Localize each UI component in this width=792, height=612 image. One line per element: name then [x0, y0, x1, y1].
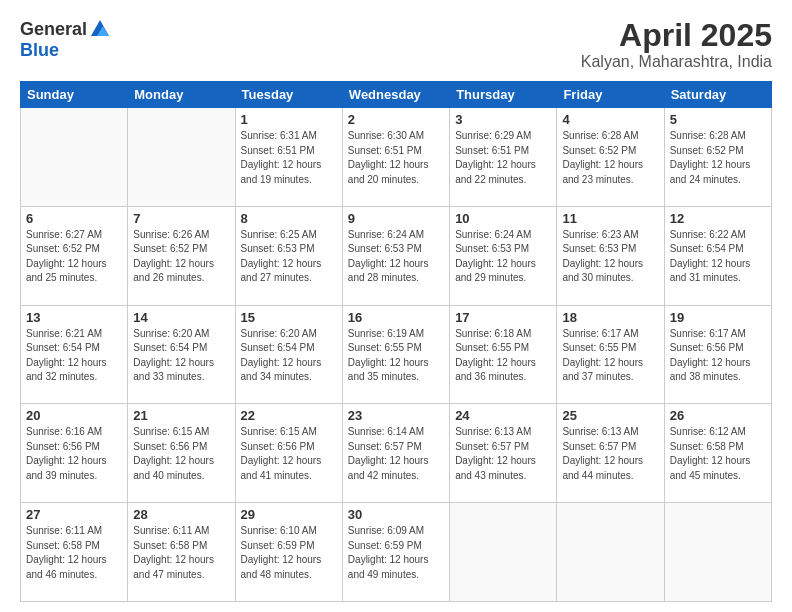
day-number: 21	[133, 408, 229, 423]
day-info: Sunrise: 6:31 AMSunset: 6:51 PMDaylight:…	[241, 129, 337, 187]
calendar-cell	[128, 108, 235, 207]
day-number: 26	[670, 408, 766, 423]
title-block: April 2025 Kalyan, Maharashtra, India	[581, 18, 772, 71]
calendar-cell: 20Sunrise: 6:16 AMSunset: 6:56 PMDayligh…	[21, 404, 128, 503]
week-row-5: 27Sunrise: 6:11 AMSunset: 6:58 PMDayligh…	[21, 503, 772, 602]
day-number: 15	[241, 310, 337, 325]
day-info: Sunrise: 6:21 AMSunset: 6:54 PMDaylight:…	[26, 327, 122, 385]
calendar-cell: 17Sunrise: 6:18 AMSunset: 6:55 PMDayligh…	[450, 305, 557, 404]
day-info: Sunrise: 6:14 AMSunset: 6:57 PMDaylight:…	[348, 425, 444, 483]
day-info: Sunrise: 6:10 AMSunset: 6:59 PMDaylight:…	[241, 524, 337, 582]
day-number: 8	[241, 211, 337, 226]
calendar-cell: 6Sunrise: 6:27 AMSunset: 6:52 PMDaylight…	[21, 206, 128, 305]
day-info: Sunrise: 6:30 AMSunset: 6:51 PMDaylight:…	[348, 129, 444, 187]
day-number: 18	[562, 310, 658, 325]
day-info: Sunrise: 6:27 AMSunset: 6:52 PMDaylight:…	[26, 228, 122, 286]
calendar-cell	[664, 503, 771, 602]
day-info: Sunrise: 6:28 AMSunset: 6:52 PMDaylight:…	[670, 129, 766, 187]
day-info: Sunrise: 6:25 AMSunset: 6:53 PMDaylight:…	[241, 228, 337, 286]
calendar-cell: 25Sunrise: 6:13 AMSunset: 6:57 PMDayligh…	[557, 404, 664, 503]
weekday-header-wednesday: Wednesday	[342, 82, 449, 108]
day-info: Sunrise: 6:09 AMSunset: 6:59 PMDaylight:…	[348, 524, 444, 582]
day-info: Sunrise: 6:24 AMSunset: 6:53 PMDaylight:…	[455, 228, 551, 286]
day-number: 3	[455, 112, 551, 127]
calendar-cell: 21Sunrise: 6:15 AMSunset: 6:56 PMDayligh…	[128, 404, 235, 503]
page: General Blue April 2025 Kalyan, Maharash…	[0, 0, 792, 612]
calendar-cell: 5Sunrise: 6:28 AMSunset: 6:52 PMDaylight…	[664, 108, 771, 207]
calendar-cell: 9Sunrise: 6:24 AMSunset: 6:53 PMDaylight…	[342, 206, 449, 305]
day-info: Sunrise: 6:26 AMSunset: 6:52 PMDaylight:…	[133, 228, 229, 286]
day-number: 16	[348, 310, 444, 325]
calendar-cell: 15Sunrise: 6:20 AMSunset: 6:54 PMDayligh…	[235, 305, 342, 404]
weekday-header-row: SundayMondayTuesdayWednesdayThursdayFrid…	[21, 82, 772, 108]
day-info: Sunrise: 6:24 AMSunset: 6:53 PMDaylight:…	[348, 228, 444, 286]
day-number: 14	[133, 310, 229, 325]
calendar-cell	[450, 503, 557, 602]
day-info: Sunrise: 6:13 AMSunset: 6:57 PMDaylight:…	[562, 425, 658, 483]
calendar-cell: 24Sunrise: 6:13 AMSunset: 6:57 PMDayligh…	[450, 404, 557, 503]
calendar-cell	[557, 503, 664, 602]
calendar-cell: 16Sunrise: 6:19 AMSunset: 6:55 PMDayligh…	[342, 305, 449, 404]
calendar-cell: 2Sunrise: 6:30 AMSunset: 6:51 PMDaylight…	[342, 108, 449, 207]
day-info: Sunrise: 6:17 AMSunset: 6:55 PMDaylight:…	[562, 327, 658, 385]
day-number: 12	[670, 211, 766, 226]
day-number: 28	[133, 507, 229, 522]
calendar-cell: 7Sunrise: 6:26 AMSunset: 6:52 PMDaylight…	[128, 206, 235, 305]
day-number: 19	[670, 310, 766, 325]
day-number: 25	[562, 408, 658, 423]
day-number: 6	[26, 211, 122, 226]
calendar-cell: 1Sunrise: 6:31 AMSunset: 6:51 PMDaylight…	[235, 108, 342, 207]
day-number: 30	[348, 507, 444, 522]
calendar-cell: 22Sunrise: 6:15 AMSunset: 6:56 PMDayligh…	[235, 404, 342, 503]
calendar-cell: 26Sunrise: 6:12 AMSunset: 6:58 PMDayligh…	[664, 404, 771, 503]
header: General Blue April 2025 Kalyan, Maharash…	[20, 18, 772, 71]
logo-general-text: General	[20, 19, 87, 40]
day-info: Sunrise: 6:19 AMSunset: 6:55 PMDaylight:…	[348, 327, 444, 385]
day-number: 22	[241, 408, 337, 423]
day-info: Sunrise: 6:12 AMSunset: 6:58 PMDaylight:…	[670, 425, 766, 483]
day-info: Sunrise: 6:23 AMSunset: 6:53 PMDaylight:…	[562, 228, 658, 286]
calendar-cell: 14Sunrise: 6:20 AMSunset: 6:54 PMDayligh…	[128, 305, 235, 404]
day-info: Sunrise: 6:28 AMSunset: 6:52 PMDaylight:…	[562, 129, 658, 187]
weekday-header-sunday: Sunday	[21, 82, 128, 108]
weekday-header-saturday: Saturday	[664, 82, 771, 108]
calendar-cell: 27Sunrise: 6:11 AMSunset: 6:58 PMDayligh…	[21, 503, 128, 602]
week-row-1: 1Sunrise: 6:31 AMSunset: 6:51 PMDaylight…	[21, 108, 772, 207]
main-title: April 2025	[581, 18, 772, 53]
day-info: Sunrise: 6:15 AMSunset: 6:56 PMDaylight:…	[241, 425, 337, 483]
day-number: 11	[562, 211, 658, 226]
day-number: 5	[670, 112, 766, 127]
calendar-cell: 28Sunrise: 6:11 AMSunset: 6:58 PMDayligh…	[128, 503, 235, 602]
calendar-cell: 30Sunrise: 6:09 AMSunset: 6:59 PMDayligh…	[342, 503, 449, 602]
day-number: 7	[133, 211, 229, 226]
logo-blue-text: Blue	[20, 40, 59, 61]
calendar-cell: 4Sunrise: 6:28 AMSunset: 6:52 PMDaylight…	[557, 108, 664, 207]
day-number: 24	[455, 408, 551, 423]
day-number: 13	[26, 310, 122, 325]
day-info: Sunrise: 6:20 AMSunset: 6:54 PMDaylight:…	[241, 327, 337, 385]
day-info: Sunrise: 6:20 AMSunset: 6:54 PMDaylight:…	[133, 327, 229, 385]
calendar: SundayMondayTuesdayWednesdayThursdayFrid…	[20, 81, 772, 602]
day-number: 10	[455, 211, 551, 226]
calendar-cell: 8Sunrise: 6:25 AMSunset: 6:53 PMDaylight…	[235, 206, 342, 305]
day-info: Sunrise: 6:29 AMSunset: 6:51 PMDaylight:…	[455, 129, 551, 187]
logo-icon	[89, 18, 111, 40]
calendar-cell: 10Sunrise: 6:24 AMSunset: 6:53 PMDayligh…	[450, 206, 557, 305]
calendar-cell: 29Sunrise: 6:10 AMSunset: 6:59 PMDayligh…	[235, 503, 342, 602]
day-number: 2	[348, 112, 444, 127]
weekday-header-thursday: Thursday	[450, 82, 557, 108]
calendar-cell: 3Sunrise: 6:29 AMSunset: 6:51 PMDaylight…	[450, 108, 557, 207]
day-number: 29	[241, 507, 337, 522]
day-info: Sunrise: 6:17 AMSunset: 6:56 PMDaylight:…	[670, 327, 766, 385]
calendar-cell: 12Sunrise: 6:22 AMSunset: 6:54 PMDayligh…	[664, 206, 771, 305]
day-info: Sunrise: 6:13 AMSunset: 6:57 PMDaylight:…	[455, 425, 551, 483]
calendar-cell: 11Sunrise: 6:23 AMSunset: 6:53 PMDayligh…	[557, 206, 664, 305]
logo: General Blue	[20, 18, 111, 61]
day-number: 23	[348, 408, 444, 423]
day-number: 4	[562, 112, 658, 127]
week-row-4: 20Sunrise: 6:16 AMSunset: 6:56 PMDayligh…	[21, 404, 772, 503]
week-row-2: 6Sunrise: 6:27 AMSunset: 6:52 PMDaylight…	[21, 206, 772, 305]
day-info: Sunrise: 6:16 AMSunset: 6:56 PMDaylight:…	[26, 425, 122, 483]
day-number: 27	[26, 507, 122, 522]
day-info: Sunrise: 6:11 AMSunset: 6:58 PMDaylight:…	[133, 524, 229, 582]
